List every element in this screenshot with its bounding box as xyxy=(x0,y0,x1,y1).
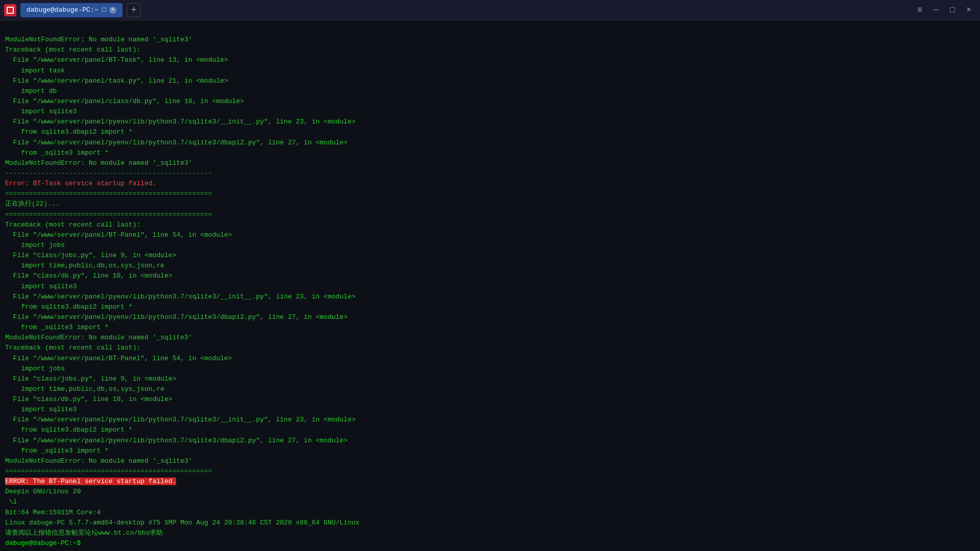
terminal-line: File "class/db.py", line 10, in <module> xyxy=(5,395,173,403)
new-tab-button[interactable]: + xyxy=(127,3,141,17)
terminal-line: ========================================… xyxy=(5,190,212,197)
terminal-line: import db xyxy=(5,87,57,95)
terminal-line: Traceback (most recent call last): xyxy=(5,46,140,54)
terminal-line: File "/www/server/panel/pyenv/lib/python… xyxy=(5,437,348,444)
terminal-line: import time,public,db,os,sys,json,re xyxy=(5,385,164,393)
terminal-line: dabuge@dabuge-PC:~$ xyxy=(5,539,85,547)
tab-close-button[interactable]: × xyxy=(109,7,116,14)
app-icon-inner xyxy=(7,7,14,14)
active-tab[interactable]: dabuge@dabuge-PC:~ □ × xyxy=(20,3,122,17)
terminal-line: File "class/jobs.py", line 9, in <module… xyxy=(5,252,176,259)
titlebar-controls: ≡ ─ □ × xyxy=(913,3,976,17)
terminal-line: from _sqlite3 import * xyxy=(5,447,109,455)
titlebar: dabuge@dabuge-PC:~ □ × + ≡ ─ □ × xyxy=(0,0,980,20)
terminal-line: File "/www/server/panel/pyenv/lib/python… xyxy=(5,139,348,146)
terminal-line: import sqlite3 xyxy=(5,406,77,413)
terminal-line: ModuleNotFoundError: No module named '_s… xyxy=(5,334,192,341)
app-icon xyxy=(4,4,16,16)
terminal-line: Bit:64 Mem:15911M Core:4 xyxy=(5,509,101,516)
terminal-line: File "class/jobs.py", line 9, in <module… xyxy=(5,375,176,383)
close-button[interactable]: × xyxy=(962,3,976,17)
terminal-line: File "/www/server/panel/BT-Task", line 1… xyxy=(5,56,228,64)
terminal-line: ModuleNotFoundError: No module named '_s… xyxy=(5,457,192,465)
terminal-line: Linux dabuge-PC 5.7.7-amd64-desktop #75 … xyxy=(5,519,359,527)
terminal-line: File "/www/server/panel/pyenv/lib/python… xyxy=(5,118,356,126)
terminal-line: ERROR: The BT-Panel service startup fail… xyxy=(5,478,176,485)
terminal-line: import time,public,db,os,sys,json,re xyxy=(5,262,164,269)
terminal-line: import task xyxy=(5,67,65,74)
terminal-line: File "/www/server/panel/BT-Panel", line … xyxy=(5,355,232,362)
terminal-line: ========================================… xyxy=(5,211,212,218)
terminal-line: ----------------------------------------… xyxy=(5,169,212,177)
terminal-line: from sqlite3.dbapi2 import * xyxy=(5,303,133,311)
terminal-output: ModuleNotFoundError: No module named '_s… xyxy=(0,20,980,551)
terminal-line: File "/www/server/panel/class/db.py", li… xyxy=(5,97,244,105)
terminal-line: File "/www/server/panel/BT-Panel", line … xyxy=(5,231,232,239)
terminal-line: import jobs xyxy=(5,241,65,249)
terminal-line: Traceback (most recent call last): xyxy=(5,344,140,352)
terminal-line: ModuleNotFoundError: No module named '_s… xyxy=(5,36,192,43)
terminal-line: ModuleNotFoundError: No module named '_s… xyxy=(5,159,192,167)
terminal-line: import sqlite3 xyxy=(5,108,77,115)
terminal-line: import sqlite3 xyxy=(5,283,77,290)
terminal-line: from _sqlite3 import * xyxy=(5,323,109,331)
terminal-line: File "/www/server/panel/task.py", line 2… xyxy=(5,77,228,85)
terminal-line: Deepin GNU/Linux 20 xyxy=(5,488,81,495)
terminal-line: 正在执行(22)... xyxy=(5,200,60,208)
minimize-button[interactable]: ─ xyxy=(929,3,943,17)
terminal-line: from sqlite3.dbapi2 import * xyxy=(5,426,133,434)
terminal-line: \l xyxy=(5,498,17,506)
terminal-line: File "class/db.py", line 10, in <module> xyxy=(5,272,173,280)
terminal-line: 请查阅以上报错信息发帖至论坛www.bt.cn/bbs求助 xyxy=(5,529,163,537)
terminal-line: ========================================… xyxy=(5,467,212,475)
terminal-line: Traceback (most recent call last): xyxy=(5,221,140,229)
terminal-line: File "/www/server/panel/pyenv/lib/python… xyxy=(5,416,356,423)
terminal-line: import jobs xyxy=(5,365,65,372)
hamburger-menu-button[interactable]: ≡ xyxy=(913,3,927,17)
terminal-line: File "/www/server/panel/pyenv/lib/python… xyxy=(5,313,348,321)
terminal-line: from _sqlite3 import * xyxy=(5,149,109,157)
terminal-line: from sqlite3.dbapi2 import * xyxy=(5,128,133,136)
terminal-line: File "/www/server/panel/pyenv/lib/python… xyxy=(5,293,356,300)
tab-label: dabuge@dabuge-PC:~ □ xyxy=(27,6,106,14)
terminal-line: Error: BT-Task service startup failed. xyxy=(5,180,156,187)
maximize-button[interactable]: □ xyxy=(945,3,960,17)
